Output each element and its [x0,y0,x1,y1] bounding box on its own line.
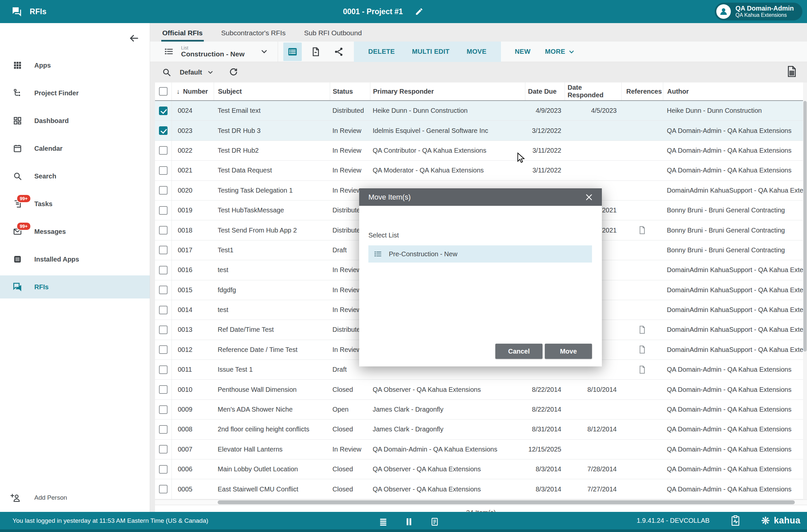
reference-document-icon [638,325,647,335]
column-header-primary-responder[interactable]: Primary Responder [370,82,525,100]
column-header-date-responded[interactable]: Date Responded [564,82,621,100]
search-icon[interactable] [162,68,171,77]
sort-descending-icon: ↓ [176,88,180,95]
export-spreadsheet-icon[interactable] [786,65,798,78]
document-view-button[interactable] [306,42,325,61]
cell-primary-responder: QA Observer - QA Kahua Extensions [370,486,525,493]
horizontal-scrollbar[interactable] [155,500,807,505]
edit-project-icon[interactable] [415,7,423,16]
list-option-label: Pre-Construction - New [389,250,457,258]
cell-status: In Review [330,167,370,174]
row-checkbox[interactable] [159,166,168,175]
cell-author: QA Domain-Admin - QA Kahua Extensions [663,445,807,453]
add-person-button[interactable]: Add Person [0,488,150,508]
tab-subcontractors-rfis[interactable]: Subcontractor's RFIs [220,29,287,41]
row-checkbox[interactable] [159,266,168,274]
row-checkbox[interactable] [159,306,168,314]
cell-date-due: 8/31/2014 [525,425,564,433]
sidebar-item-calendar[interactable]: Calendar [0,135,150,162]
avatar [716,4,731,19]
sidebar-item-search[interactable]: Search [0,162,150,190]
table-row[interactable]: 0024 Test Email text Distributed Heike D… [155,101,807,121]
table-row[interactable]: 0005 East Stairwell CMU Conflict Closed … [155,479,807,499]
row-checkbox[interactable] [159,107,168,115]
list-option-pre-construction[interactable]: Pre-Construction - New [368,245,592,263]
menu-bars-icon[interactable] [376,516,390,528]
clipboard-activity-icon[interactable] [728,515,743,527]
column-header-date-due[interactable]: Date Due [525,82,564,100]
list-selector[interactable]: List Construction - New [150,45,268,58]
row-checkbox[interactable] [159,186,168,195]
column-header-number[interactable]: ↓ Number [172,82,214,100]
row-checkbox[interactable] [159,325,168,334]
column-header-references[interactable]: References [621,82,663,100]
table-row[interactable]: 0007 Elevator Hall Lanterns In Review QA… [155,440,807,459]
cancel-button[interactable]: Cancel [495,344,542,359]
column-header-subject[interactable]: Subject [214,82,330,100]
row-checkbox[interactable] [159,286,168,294]
horizontal-scrollbar-thumb[interactable] [218,500,795,504]
pause-icon[interactable] [402,516,416,528]
log-document-icon[interactable] [427,516,442,528]
add-person-label: Add Person [34,494,67,501]
cell-date-due: 4/9/2023 [525,107,564,114]
sidebar-item-rfis[interactable]: RFIs [0,276,150,299]
sidebar-item-dashboard[interactable]: Dashboard [0,107,150,135]
project-title: 0001 - Project #1 [343,7,403,16]
last-login-text: You last logged in yesterday at 11:53 AM… [13,517,208,525]
sidebar-item-label: Apps [34,62,51,69]
row-checkbox[interactable] [159,226,168,234]
row-checkbox[interactable] [159,425,168,434]
close-icon[interactable] [584,192,594,202]
select-all-checkbox[interactable] [159,87,168,96]
sidebar-item-messages[interactable]: 99+ Messages [0,218,150,245]
move-button[interactable]: MOVE [467,48,486,55]
new-button[interactable]: NEW [515,48,531,55]
row-checkbox[interactable] [159,485,168,493]
more-button[interactable]: MORE [545,48,575,55]
row-checkbox[interactable] [159,365,168,374]
table-row[interactable]: 0022 Test DR Hub2 In Review QA Contribut… [155,141,807,160]
table-row[interactable]: 0023 Test DR Hub 3 In Review Idelmis Esq… [155,121,807,140]
row-checkbox[interactable] [159,385,168,394]
move-confirm-button[interactable]: Move [545,344,592,359]
table-row[interactable]: 0009 Men's ADA Shower Niche Open James C… [155,400,807,420]
table-row[interactable]: 0021 Test Data Request In Review QA Mode… [155,160,807,180]
search-preset-value: Default [180,69,202,76]
cell-subject: Testing Task Delegation 1 [214,187,330,194]
delete-button[interactable]: DELETE [368,48,395,55]
sidebar-item-installed-apps[interactable]: Installed Apps [0,245,150,273]
sidebar-item-tasks[interactable]: 99+ Tasks [0,190,150,218]
tab-official-rfis[interactable]: Official RFIs [161,29,204,41]
row-checkbox[interactable] [159,445,168,454]
row-checkbox[interactable] [159,345,168,354]
share-icon[interactable] [329,42,348,61]
tab-sub-rfi-outbound[interactable]: Sub RFI Outbound [303,29,363,41]
vertical-scrollbar[interactable] [803,82,807,499]
sidebar-item-apps[interactable]: Apps [0,52,150,79]
refresh-icon[interactable] [229,67,238,77]
column-header-author[interactable]: Author [663,82,807,100]
user-menu[interactable]: QA Domain-Admin QA Kahua Extensions [715,3,802,20]
multi-edit-button[interactable]: MULTI EDIT [412,48,449,55]
list-view-button[interactable] [283,42,302,61]
cell-number: 0010 [172,380,214,399]
row-checkbox[interactable] [159,126,168,135]
column-header-status[interactable]: Status [330,82,370,100]
vertical-scrollbar-thumb[interactable] [803,101,807,352]
cell-author: DomainAdmin KahuaSupport - QA Kahua Exte… [663,306,807,314]
row-checkbox[interactable] [159,405,168,414]
row-checkbox[interactable] [159,146,168,155]
cell-number: 0019 [172,201,214,220]
table-row[interactable]: 0008 2nd floor ceiling height conflicts … [155,420,807,439]
row-checkbox[interactable] [159,465,168,474]
search-preset-dropdown[interactable]: Default [180,69,214,76]
sidebar-item-label: Project Finder [34,89,78,97]
row-checkbox[interactable] [159,206,168,215]
table-row[interactable]: 0006 Main Lobby Outlet Location Closed Q… [155,459,807,479]
row-checkbox[interactable] [159,246,168,254]
move-items-modal: Move Item(s) Select List Pre-Constructio… [359,188,602,366]
sidebar-collapse-arrow-icon[interactable] [127,32,140,45]
table-row[interactable]: 0010 Penthouse Wall Dimension Closed QA … [155,380,807,399]
sidebar-item-project-finder[interactable]: Project Finder [0,79,150,107]
